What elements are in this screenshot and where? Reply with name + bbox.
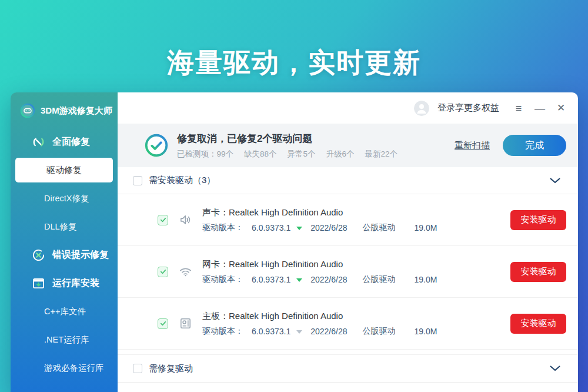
version-label: 驱动版本： [202,326,243,337]
motherboard-icon [179,317,192,330]
app-name: 3DM游戏修复大师 [41,105,112,117]
status-text: 修复取消，已修复2个驱动问题 已检测项：99个 缺失88个 异常5个 升级6个 … [177,132,397,160]
menu-icon[interactable]: ≡ [512,103,525,114]
driver-title: 声卡：Realtek High Definition Audio [202,207,437,218]
sidebar-item-dll-repair[interactable]: DLL修复 [11,212,118,241]
driver-size: 19.0M [414,327,437,336]
driver-type: 公版驱动 [362,222,395,233]
window-install-icon [32,277,45,290]
checkmark-icon [159,320,167,327]
version-dropdown-icon[interactable] [296,278,302,282]
status-stats: 已检测项：99个 缺失88个 异常5个 升级6个 最新22个 [177,149,397,160]
stat-abnormal: 异常5个 [288,149,316,160]
sidebar-nav: 全面修复 驱动修复 DirectX修复 DLL修复 错误提示修复 [11,128,118,382]
refresh-error-icon [32,248,45,262]
checkmark-icon [159,216,167,224]
driver-checkbox[interactable] [158,318,168,329]
version-value: 6.0.9373.1 [252,327,290,336]
sidebar-item-directx-repair[interactable]: DirectX修复 [11,184,118,212]
minimize-icon[interactable]: — [533,103,546,114]
login-link[interactable]: 登录享更多权益 [437,102,499,114]
driver-checkbox[interactable] [158,215,168,225]
driver-type: 公版驱动 [362,274,395,285]
sidebar-item-cpp-library[interactable]: C++库文件 [11,297,118,325]
section-repair-label: 需修复驱动 [149,363,193,374]
version-label: 驱动版本： [202,222,243,233]
stat-upgrade: 升级6个 [326,149,355,160]
section-repair-header[interactable]: 需修复驱动 [118,354,578,383]
main-panel: 登录享更多权益 ≡ — ✕ 修复取消，已修复2个驱动问题 已检测项：99个 缺失… [118,92,578,392]
driver-info: 主板：Realtek High Definition Audio 驱动版本： 6… [202,311,437,337]
rescan-link[interactable]: 重新扫描 [455,140,490,151]
user-avatar-icon [414,101,429,116]
section-install-label: 需安装驱动（3） [149,175,215,186]
sidebar-item-label: C++库文件 [44,306,86,317]
banner-actions: 重新扫描 完成 [455,135,566,156]
stat-latest: 最新22个 [365,149,398,160]
driver-row-sound-card: 声卡：Realtek High Definition Audio 驱动版本： 6… [118,194,578,246]
stat-missing: 缺失88个 [244,149,277,160]
hero-title: 海量驱动，实时更新 [0,45,588,81]
titlebar: 登录享更多权益 ≡ — ✕ [118,92,578,124]
driver-meta: 驱动版本： 6.0.9373.1 2022/6/28 公版驱动 19.0M [202,274,437,285]
sidebar-item-game-runtime[interactable]: 游戏必备运行库 [11,354,118,382]
driver-size: 19.0M [414,275,437,284]
driver-title: 网卡：Realtek High Definition Audio [202,259,437,270]
version-label: 驱动版本： [202,274,243,285]
section-install-checkbox[interactable] [133,176,142,185]
stat-detected: 已检测项：99个 [177,149,233,160]
sidebar-item-label: 全面修复 [52,136,90,148]
sidebar-item-driver-repair[interactable]: 驱动修复 [15,158,113,182]
version-dropdown-icon[interactable] [296,227,302,230]
app-window: 3DM游戏修复大师 全面修复 驱动修复 DirectX修复 [11,92,578,392]
speaker-icon [179,213,192,227]
sidebar-item-label: 驱动修复 [46,165,82,176]
driver-meta: 驱动版本： 6.0.9373.1 2022/6/28 公版驱动 19.0M [202,326,437,337]
driver-size: 19.0M [414,223,437,232]
done-button[interactable]: 完成 [503,135,566,156]
sidebar-item-full-repair[interactable]: 全面修复 [11,128,118,156]
driver-checkbox[interactable] [158,267,168,277]
sidebar-item-dotnet-runtime[interactable]: .NET运行库 [11,325,118,354]
version-value: 6.0.9373.1 [252,223,290,232]
version-value: 6.0.9373.1 [252,275,290,284]
close-icon[interactable]: ✕ [554,103,567,113]
status-title: 修复取消，已修复2个驱动问题 [177,132,397,145]
sidebar-item-label: 运行库安装 [52,277,99,290]
chevron-down-icon[interactable] [550,178,560,184]
driver-info: 声卡：Realtek High Definition Audio 驱动版本： 6… [202,207,437,233]
repair-status-banner: 修复取消，已修复2个驱动问题 已检测项：99个 缺失88个 异常5个 升级6个 … [118,124,578,167]
gamepad-logo-icon [20,103,35,118]
avatar[interactable] [414,101,429,116]
sidebar-item-runtime-install[interactable]: 运行库安装 [11,269,118,297]
driver-title: 主板：Realtek High Definition Audio [202,311,437,322]
checkmark-icon [159,268,167,275]
version-dropdown-icon[interactable] [296,330,302,334]
sidebar-item-label: .NET运行库 [44,334,89,346]
sidebar-item-label: DirectX修复 [44,193,89,204]
chevron-down-icon[interactable] [550,366,560,371]
wifi-icon [179,265,192,278]
app-logo: 3DM游戏修复大师 [11,102,118,119]
wrench-icon [32,135,45,149]
driver-row-motherboard: 主板：Realtek High Definition Audio 驱动版本： 6… [118,298,578,350]
driver-date: 2022/6/28 [310,223,347,232]
section-install-header[interactable]: 需安装驱动（3） [118,167,578,194]
driver-meta: 驱动版本： 6.0.9373.1 2022/6/28 公版驱动 19.0M [202,222,437,233]
install-driver-button[interactable]: 安装驱动 [510,262,566,282]
install-driver-button[interactable]: 安装驱动 [510,210,566,230]
driver-row-network-card: 网卡：Realtek High Definition Audio 驱动版本： 6… [118,246,578,298]
sidebar: 3DM游戏修复大师 全面修复 驱动修复 DirectX修复 [11,92,118,392]
section-repair-checkbox[interactable] [133,364,142,373]
driver-date: 2022/6/28 [310,275,347,284]
sidebar-item-error-repair[interactable]: 错误提示修复 [11,241,118,269]
sidebar-item-label: 错误提示修复 [52,249,109,261]
driver-type: 公版驱动 [362,326,395,337]
install-driver-button[interactable]: 安装驱动 [510,314,566,334]
sidebar-item-label: 游戏必备运行库 [44,363,104,374]
desktop-background: 海量驱动，实时更新 3DM游戏修复大师 [0,0,588,392]
driver-info: 网卡：Realtek High Definition Audio 驱动版本： 6… [202,259,437,285]
check-circle-icon [145,134,168,157]
driver-date: 2022/6/28 [310,327,347,336]
sidebar-item-label: DLL修复 [44,221,77,232]
